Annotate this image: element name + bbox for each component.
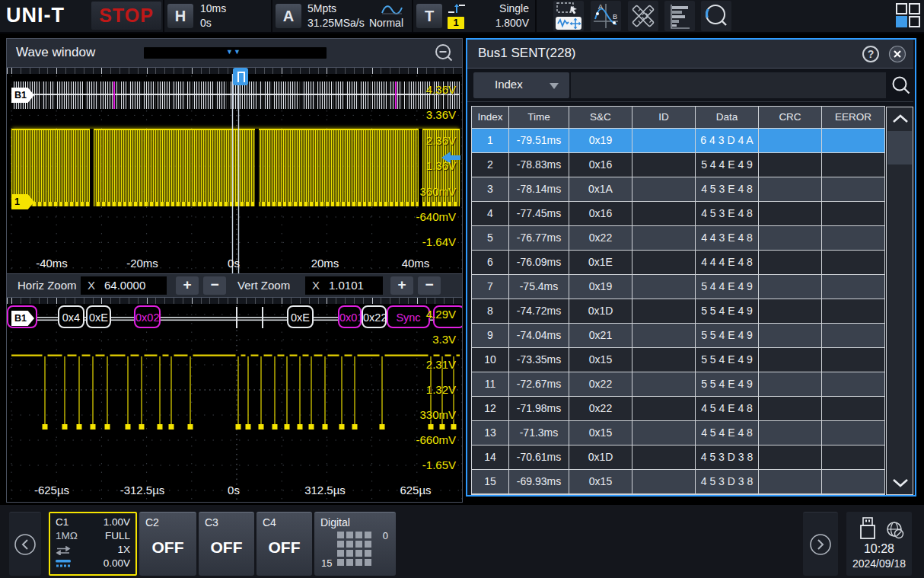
- expand-right-button[interactable]: [803, 512, 838, 576]
- table-cell: 7: [472, 275, 508, 299]
- table-row[interactable]: 3-78.14ms0x1A4 5 3 E 4 8: [472, 177, 884, 201]
- search-tool-button[interactable]: [701, 1, 731, 31]
- trigger-level[interactable]: 1.800V: [480, 17, 529, 29]
- time-label: -625µs: [21, 484, 82, 497]
- horizontal-menu-button[interactable]: H: [167, 4, 193, 28]
- table-scrollbar[interactable]: [886, 107, 913, 495]
- table-cell: [632, 348, 695, 372]
- column-header[interactable]: EEROR: [822, 107, 884, 128]
- zoom-out-icon[interactable]: [435, 43, 454, 63]
- brand-logo: UNI-T: [6, 4, 65, 27]
- table-row[interactable]: 8-74.72ms0x1D5 5 4 E 4 9: [472, 299, 884, 323]
- voltage-label: -1.65V: [395, 458, 456, 472]
- search-icon[interactable]: [891, 75, 912, 97]
- table-row[interactable]: 11-72.67ms0x225 5 4 E 4 9: [472, 372, 884, 396]
- voltage-label: 360mV: [395, 185, 456, 199]
- table-cell: [759, 372, 821, 396]
- table-cell: -78.14ms: [509, 177, 569, 201]
- decode-box: 0xE: [287, 305, 314, 328]
- column-header[interactable]: Index: [472, 107, 508, 128]
- table-cell: [759, 202, 821, 225]
- table-cell: 4 5 4 E 4 8: [696, 421, 758, 445]
- bus-panel-title: Bus1 SENT(228): [478, 46, 576, 61]
- vert-zoom-in-button[interactable]: +: [390, 276, 413, 295]
- table-row[interactable]: 12-71.98ms0x224 5 4 E 4 8: [472, 397, 884, 420]
- sample-rate[interactable]: 31.25MSa/s: [307, 17, 365, 29]
- help-icon[interactable]: ?: [862, 45, 880, 63]
- scroll-up-icon[interactable]: [891, 112, 910, 126]
- table-row[interactable]: 1-79.51ms0x196 4 3 D 4 A: [472, 129, 884, 152]
- waveform-drag-tool-button[interactable]: [553, 1, 584, 31]
- table-cell: [759, 177, 821, 201]
- table-cell: 12: [472, 397, 508, 420]
- column-header[interactable]: S&C: [569, 107, 632, 128]
- decode-box: 0x02: [134, 305, 161, 328]
- status-clock-panel[interactable]: 10:28 2024/09/18: [846, 512, 912, 576]
- acquire-menu-button[interactable]: A: [276, 4, 301, 28]
- table-cell: -76.77ms: [509, 226, 569, 250]
- vert-zoom-label: Vert Zoom: [237, 279, 290, 292]
- table-row[interactable]: 13-71.3ms0x154 5 4 E 4 8: [472, 421, 884, 445]
- table-row[interactable]: 15-69.93ms0x154 5 3 D 3 8: [472, 470, 884, 493]
- horizontal-position[interactable]: 0s: [200, 17, 212, 29]
- position-indicator-icon[interactable]: ▼▼: [226, 48, 241, 56]
- close-icon[interactable]: [888, 45, 906, 63]
- vert-zoom-value[interactable]: X1.0101: [305, 276, 383, 295]
- horiz-zoom-value[interactable]: X64.0000: [81, 276, 167, 295]
- table-cell: 5 5 4 E 4 9: [696, 324, 758, 347]
- table-row[interactable]: 6-76.09ms0x1E4 4 4 E 4 8: [472, 251, 884, 274]
- vert-zoom-out-button[interactable]: −: [418, 276, 441, 295]
- column-header[interactable]: ID: [632, 107, 695, 128]
- channel2-button[interactable]: C2 OFF: [139, 512, 196, 576]
- column-header[interactable]: Data: [696, 107, 758, 128]
- horizontal-position-bar[interactable]: ▼▼: [144, 47, 327, 59]
- table-row[interactable]: 5-76.77ms0x224 4 3 E 4 8: [472, 226, 884, 250]
- table-row[interactable]: 7-75.4ms0x195 4 4 E 4 9: [472, 275, 884, 299]
- table-cell: 0x15: [569, 470, 632, 493]
- table-row[interactable]: 4-77.45ms0x164 5 3 E 4 8: [472, 202, 884, 225]
- collapse-left-button[interactable]: [9, 512, 41, 576]
- digital-channels-button[interactable]: Digital 0 15: [314, 512, 396, 576]
- trigger-mode[interactable]: Single: [480, 2, 529, 14]
- table-cell: [759, 324, 821, 347]
- horiz-zoom-in-button[interactable]: +: [176, 276, 199, 295]
- measure-rulers-button[interactable]: [628, 1, 658, 31]
- window-layout-button[interactable]: [893, 1, 923, 31]
- digital-first-index: 0: [383, 530, 388, 541]
- search-input[interactable]: [571, 72, 886, 98]
- table-row[interactable]: 14-70.61ms0x1D4 5 3 D 3 8: [472, 445, 884, 469]
- run-stop-button[interactable]: STOP: [91, 2, 161, 30]
- column-header[interactable]: Time: [509, 107, 569, 128]
- table-row[interactable]: 10-73.35ms0x155 5 4 E 4 9: [472, 348, 884, 372]
- table-row[interactable]: 9-74.04ms0x215 5 4 E 4 9: [472, 324, 884, 347]
- acquire-mode[interactable]: Normal: [365, 17, 403, 29]
- column-header[interactable]: CRC: [759, 107, 821, 128]
- table-cell: -78.83ms: [509, 153, 569, 177]
- table-cell: 6: [472, 251, 508, 274]
- channel3-button[interactable]: C3 OFF: [199, 512, 254, 576]
- scroll-down-icon[interactable]: [891, 476, 910, 490]
- memory-depth[interactable]: 5Mpts: [307, 2, 336, 14]
- zoom-cursor-handle[interactable]: [233, 68, 248, 85]
- scroll-thumb[interactable]: [887, 131, 912, 164]
- table-cell: [632, 372, 695, 396]
- zoom-waveform-plot[interactable]: C0x40xE0x020xE0x010x22Sync B1 4.29V3.3V2…: [7, 304, 462, 502]
- table-row[interactable]: 2-78.83ms0x165 4 4 E 4 9: [472, 153, 884, 177]
- table-cell: [822, 421, 884, 445]
- zoom-controls-bar: Horiz Zoom X64.0000 + − Vert Zoom X1.010…: [7, 273, 462, 298]
- channel1-button[interactable]: C1 1.00V 1MΩ FULL 1X 0.00V: [49, 512, 137, 576]
- bus1-sent-panel: Bus1 SENT(228) ? Index IndexTimeS&CIDDat…: [466, 38, 916, 497]
- table-cell: [822, 275, 884, 299]
- trigger-menu-button[interactable]: T: [416, 4, 442, 28]
- histogram-tool-button[interactable]: [664, 1, 695, 31]
- table-cell: [822, 177, 884, 201]
- channel4-button[interactable]: C4 OFF: [256, 512, 312, 576]
- ab-curve-tool-button[interactable]: A B: [591, 1, 621, 31]
- horiz-zoom-out-button[interactable]: −: [203, 276, 226, 295]
- table-header-row: IndexTimeS&CIDDataCRCEEROR: [472, 107, 884, 128]
- table-cell: -72.67ms: [509, 372, 569, 396]
- main-waveform-plot[interactable]: B1 1 4.36V3.36V2.36V1.36V360mV-640mV-1.6…: [7, 74, 462, 273]
- horizontal-scale[interactable]: 10ms: [200, 2, 226, 14]
- search-field-dropdown[interactable]: Index: [473, 72, 569, 98]
- trigger-source-badge[interactable]: 1: [448, 17, 464, 29]
